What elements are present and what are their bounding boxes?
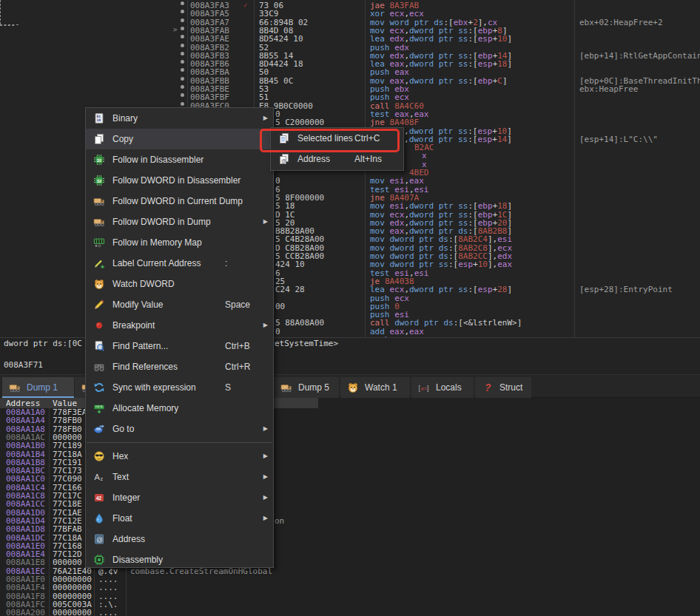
breakpoint-dot-icon[interactable] <box>181 18 184 22</box>
submenu-arrow-icon: ▶ <box>263 419 268 439</box>
submenu-arrow-icon: ▶ <box>263 508 268 529</box>
instruction-address: 008A3FBF <box>190 93 229 101</box>
disasm-row[interactable]: 008A3FBF51push ecx <box>0 93 700 102</box>
disasm-row[interactable]: 008A3FB38B55 14mov edx,dword ptr ss:[ebp… <box>0 52 700 61</box>
tab-locals[interactable]: [x=]Locals <box>411 377 474 398</box>
chip32-icon: 32 <box>93 175 105 186</box>
instruction-comment: [esp+14]:L"C:\\" <box>579 135 658 143</box>
breakpoint-dot-icon[interactable] <box>181 52 184 55</box>
tab-struct[interactable]: ?Struct <box>475 377 531 398</box>
jump-taken-icon: ✓ <box>243 1 247 10</box>
dump-icon <box>93 195 105 207</box>
menu-item-label: Breakpoint <box>112 315 155 336</box>
submenu-arrow-icon: ▶ <box>263 211 268 232</box>
breakpoint-dot-icon[interactable] <box>181 85 184 89</box>
instruction-bytes-fragment: 5 88A08A00 <box>275 319 324 327</box>
menu-item-label: Allocate Memory <box>112 398 178 419</box>
dump-value: 77BFAB <box>53 525 82 533</box>
menu-item-sync-with-expression[interactable]: Sync with expressionS <box>86 377 273 398</box>
svg-text:]: ] <box>427 385 429 392</box>
menu-item-label: Text <box>112 467 129 487</box>
menu-item-follow-dword-in-disassembler[interactable]: 32Follow DWORD in Disassembler <box>86 170 273 191</box>
dump-ascii: .... <box>98 609 118 616</box>
menu-item-modify-value[interactable]: Modify ValueSpace <box>86 294 273 315</box>
dump-row[interactable]: 008AA20000000000.... <box>0 609 700 616</box>
menu-item-shortcut: Ctrl+B <box>225 336 250 356</box>
menu-item-label: Watch DWORD <box>112 274 175 294</box>
menu-item-text[interactable]: AzText▶ <box>86 467 273 487</box>
dump-address: 008AA1C0 <box>6 475 45 483</box>
menu-item-label: Address <box>112 529 145 549</box>
instruction-text: push eax <box>370 336 409 338</box>
menu-item-find-pattern[interactable]: Find Pattern...Ctrl+B <box>86 336 273 356</box>
breakpoint-icon <box>93 319 105 331</box>
disasm-row[interactable]: 008A3FAE8D5424 10lea edx,dword ptr ss:[e… <box>0 35 700 44</box>
menu-item-follow-dword-in-dump[interactable]: Follow DWORD in Dump▶ <box>86 211 273 232</box>
menu-item-find-references[interactable]: Find ReferencesCtrl+R <box>86 356 273 377</box>
menu-item-float[interactable]: Float▶ <box>86 508 273 529</box>
allocmem-icon <box>93 402 105 414</box>
disasm-row[interactable]: ✓008A3FA373 06jae 8A3FAB <box>0 1 700 10</box>
dump-address: 008AA1CC <box>6 500 45 508</box>
integer-icon: 42 <box>93 492 105 504</box>
menu-item-watch-dword[interactable]: Watch DWORD <box>86 274 273 294</box>
menu-item-copy[interactable]: Copy <box>86 129 273 149</box>
menu-item-follow-dword-in-current-dump[interactable]: Follow DWORD in Current Dump <box>86 191 273 211</box>
menu-item-go-to[interactable]: Go to▶ <box>86 419 273 439</box>
menu-item-shortcut: S <box>225 377 231 398</box>
label-icon <box>93 257 105 269</box>
menu-item-label-current-address[interactable]: Label Current Address: <box>86 253 273 274</box>
menu-item-label: Integer <box>112 487 140 508</box>
findpattern-icon <box>93 340 105 352</box>
breakpoint-dot-icon[interactable] <box>181 60 184 64</box>
dump-address: 008AA1B0 <box>6 441 45 450</box>
breakpoint-dot-icon[interactable] <box>181 10 184 13</box>
menu-item-follow-in-disassembler[interactable]: 32Follow in Disassembler <box>86 149 273 170</box>
menu-item-address[interactable]: @Address <box>86 529 273 549</box>
copyaddress-icon: @ <box>278 153 290 165</box>
tab-dump-1[interactable]: Dump 1 <box>2 377 74 398</box>
breakpoint-dot-icon[interactable] <box>181 102 184 106</box>
menu-item-label: Float <box>112 508 132 529</box>
breakpoint-dot-icon[interactable] <box>181 44 184 47</box>
disasm-row[interactable]: 008A3FB68D4424 18lea eax,dword ptr ss:[e… <box>0 60 700 69</box>
submenu-arrow-icon: ▶ <box>263 315 268 336</box>
dump-value: 00000000 <box>53 583 92 592</box>
tab-watch-1[interactable]: Watch 1 <box>340 377 410 398</box>
menu-item-integer[interactable]: 42Integer▶ <box>86 487 273 508</box>
dump-value: 778FB0 <box>53 416 82 424</box>
instruction-bytes-fragment: 5 C2000000 <box>275 118 324 126</box>
svg-text:32: 32 <box>97 158 101 163</box>
breakpoint-dot-icon[interactable] <box>181 68 184 72</box>
breakpoint-dot-icon[interactable] <box>181 35 184 38</box>
dump-ascii: .... <box>98 583 118 592</box>
instruction-address: 008A3FA5 <box>190 10 229 18</box>
tab-label: Watch 1 <box>365 382 397 393</box>
menu-item-disassembly[interactable]: Disassembly <box>86 549 273 570</box>
menu-item-label: Binary <box>112 108 138 129</box>
current-address-field: 008A3F71 <box>4 360 43 370</box>
disasm-row[interactable]: 008A3FAB8B4D 08mov ecx,dword ptr ss:[ebp… <box>0 27 700 35</box>
disasm-row[interactable]: 008A3FBE53push ebxebx:HeapFree <box>0 85 700 94</box>
menu-item-breakpoint[interactable]: Breakpoint▶ <box>86 315 273 336</box>
dump-address: 008AA1F4 <box>6 583 45 592</box>
breakpoint-dot-icon[interactable] <box>181 1 184 5</box>
dump-icon <box>280 382 292 393</box>
breakpoint-dot-icon[interactable] <box>181 27 184 30</box>
menu-item-allocate-memory[interactable]: Allocate Memory <box>86 398 273 419</box>
debugger-window: > ✓008A3FA373 06jae 8A3FAB008A3FA533C9xo… <box>0 0 700 616</box>
menu-item-binary[interactable]: 0110Binary▶ <box>86 108 273 129</box>
menu-item-follow-in-memory-map[interactable]: Follow in Memory Map <box>86 232 273 253</box>
svg-text:10: 10 <box>97 118 101 122</box>
menu-separator <box>87 442 272 443</box>
breakpoint-dot-icon[interactable] <box>181 77 184 81</box>
instruction-bytes: 50 <box>259 68 269 76</box>
tab-dump-5[interactable]: Dump 5 <box>274 377 339 398</box>
svg-text:A: A <box>95 473 101 481</box>
menu-item-hex[interactable]: Hex▶ <box>86 446 273 467</box>
breakpoint-dot-icon[interactable] <box>181 93 184 97</box>
instruction-bytes: 8D5424 10 <box>259 35 303 43</box>
svg-text:32: 32 <box>97 179 101 183</box>
disasm-row[interactable]: 008A3FA766:894B 02mov word ptr ds:[ebx+2… <box>0 18 700 27</box>
svg-text:42: 42 <box>96 495 102 501</box>
